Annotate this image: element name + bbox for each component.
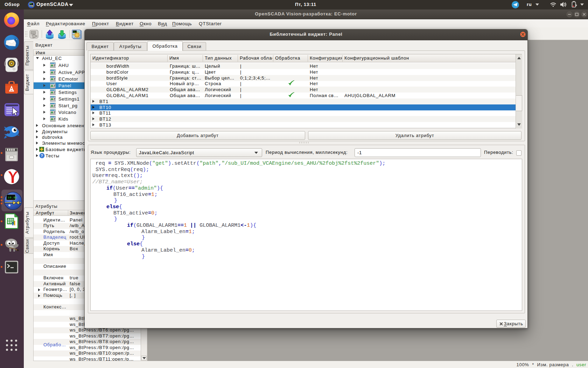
svg-text:10.95: 10.95 [8, 196, 18, 199]
svg-text:10.95: 10.95 [73, 31, 79, 33]
svg-text:?: ? [41, 154, 43, 158]
